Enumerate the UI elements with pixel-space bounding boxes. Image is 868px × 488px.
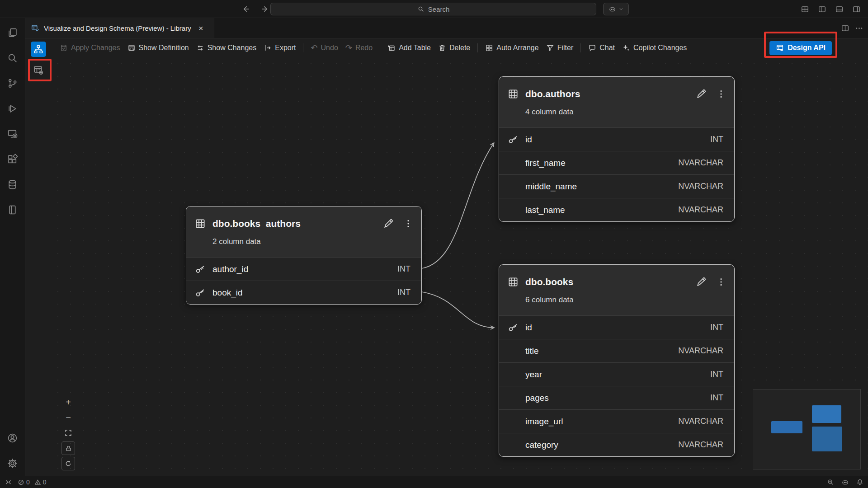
- notifications-bell-icon[interactable]: [856, 479, 863, 486]
- sync-button[interactable]: [61, 457, 75, 470]
- primary-key-icon: [507, 134, 519, 145]
- node-header: dbo.books_authors 2 column data: [186, 206, 421, 257]
- source-control-tab[interactable]: [2, 70, 24, 96]
- column-name: category: [525, 440, 678, 450]
- extensions-tab[interactable]: [2, 146, 24, 172]
- toggle-panel-button[interactable]: [833, 3, 845, 15]
- zoom-controls: + −: [61, 395, 75, 470]
- column-type: NVARCHAR: [678, 440, 723, 450]
- schema-canvas[interactable]: dbo.books_authors 2 column data author_i…: [52, 57, 868, 476]
- column-row[interactable]: first_name NVARCHAR: [499, 151, 734, 174]
- column-row[interactable]: last_name NVARCHAR: [499, 198, 734, 221]
- edge-books-authors-to-books: [422, 292, 494, 328]
- minimap[interactable]: [753, 389, 861, 469]
- more-options-icon[interactable]: [403, 219, 413, 229]
- key-placeholder: [507, 345, 519, 357]
- edit-table-icon[interactable]: [382, 218, 394, 230]
- designer-toolbar: Apply Changes Show Definition Show Chang…: [52, 38, 868, 57]
- toggle-sidebar-button[interactable]: [816, 3, 828, 15]
- delete-button[interactable]: Delete: [434, 41, 474, 55]
- more-options-icon[interactable]: [716, 89, 726, 99]
- column-row[interactable]: author_id INT: [186, 257, 421, 281]
- search-tab[interactable]: [2, 45, 24, 70]
- table-node-authors[interactable]: dbo.authors 4 column data id INT: [499, 76, 735, 222]
- database-projects-tab[interactable]: [2, 197, 24, 222]
- explorer-icon: [7, 27, 18, 38]
- schema-visualizer-button[interactable]: [31, 42, 46, 57]
- close-icon[interactable]: ×: [198, 24, 203, 33]
- toggle-secondary-sidebar-button[interactable]: [850, 3, 863, 15]
- split-editor-icon[interactable]: [841, 24, 849, 33]
- column-name: id: [525, 135, 710, 145]
- export-button[interactable]: Export: [260, 41, 299, 55]
- redo-label: Redo: [355, 44, 373, 52]
- zoom-out-button[interactable]: −: [61, 411, 75, 424]
- table-node-books-authors[interactable]: dbo.books_authors 2 column data author_i…: [186, 206, 422, 305]
- node-header: dbo.authors 4 column data: [499, 77, 734, 127]
- edit-table-icon[interactable]: [695, 88, 707, 100]
- column-row[interactable]: category NVARCHAR: [499, 433, 734, 456]
- auto-arrange-icon: [485, 44, 493, 52]
- database-tab[interactable]: [2, 172, 24, 197]
- settings-button[interactable]: [2, 450, 24, 476]
- errors-icon: [18, 479, 24, 486]
- remote-indicator-icon[interactable]: [5, 479, 12, 486]
- column-row[interactable]: id INT: [499, 127, 734, 151]
- fit-view-button[interactable]: [61, 426, 75, 440]
- table-node-books[interactable]: dbo.books 6 column data id INT: [499, 264, 735, 457]
- auto-arrange-button[interactable]: Auto Arrange: [481, 41, 542, 55]
- column-type: NVARCHAR: [678, 158, 723, 168]
- copilot-menu-button[interactable]: [603, 3, 629, 15]
- nav-forward-button[interactable]: [259, 3, 271, 15]
- filter-button[interactable]: Filter: [542, 41, 577, 55]
- tab-schema-designer[interactable]: Visualize and Design Schema (Preview) - …: [25, 18, 214, 38]
- chat-button[interactable]: Chat: [585, 41, 618, 55]
- column-row[interactable]: year INT: [499, 362, 734, 386]
- key-placeholder: [507, 369, 519, 380]
- column-row[interactable]: title NVARCHAR: [499, 339, 734, 362]
- lock-button[interactable]: [61, 441, 75, 455]
- apply-changes-button[interactable]: Apply Changes: [56, 41, 124, 55]
- explorer-tab[interactable]: [2, 20, 24, 45]
- redo-button[interactable]: ↷ Redo: [342, 41, 376, 55]
- copilot-status-icon[interactable]: [841, 479, 849, 486]
- title-bar: Search: [0, 0, 868, 18]
- minimap-node-books-authors: [771, 421, 802, 433]
- edit-table-icon[interactable]: [695, 276, 707, 288]
- column-row[interactable]: middle_name NVARCHAR: [499, 174, 734, 198]
- undo-button[interactable]: ↶ Undo: [307, 41, 341, 55]
- warnings-icon: [34, 479, 41, 486]
- apply-changes-label: Apply Changes: [71, 44, 120, 52]
- zoom-status-icon[interactable]: [827, 479, 834, 486]
- column-type: NVARCHAR: [678, 417, 723, 426]
- undo-label: Undo: [321, 44, 338, 52]
- column-row[interactable]: pages INT: [499, 386, 734, 409]
- table-definitions-button[interactable]: [31, 62, 46, 78]
- accounts-button[interactable]: [2, 425, 24, 450]
- copilot-icon: [609, 5, 616, 13]
- problems-indicator[interactable]: 0 0: [18, 479, 47, 486]
- add-table-button[interactable]: Add Table: [384, 41, 434, 55]
- toolbar-separator: [477, 43, 478, 52]
- column-count: 4 column data: [525, 108, 726, 117]
- copilot-changes-button[interactable]: Copilot Changes: [618, 41, 690, 55]
- column-row[interactable]: image_url NVARCHAR: [499, 409, 734, 433]
- column-row[interactable]: id INT: [499, 315, 734, 339]
- errors-count: 0: [26, 479, 30, 486]
- design-api-button[interactable]: Design API: [769, 41, 832, 55]
- zoom-in-button[interactable]: +: [61, 395, 75, 409]
- run-debug-tab[interactable]: [2, 96, 24, 121]
- search-input[interactable]: Search: [270, 3, 596, 15]
- remote-explorer-tab[interactable]: [2, 121, 24, 146]
- show-definition-button[interactable]: Show Definition: [124, 41, 193, 55]
- customize-layout-button[interactable]: [798, 3, 811, 15]
- column-name: last_name: [525, 205, 678, 215]
- layout-sidebar-left-icon: [818, 5, 826, 14]
- database-icon: [7, 179, 18, 190]
- schema-visualizer-icon: [33, 44, 43, 54]
- more-actions-icon[interactable]: [855, 24, 863, 33]
- column-row[interactable]: book_id INT: [186, 281, 421, 304]
- show-changes-button[interactable]: Show Changes: [193, 41, 260, 55]
- more-options-icon[interactable]: [716, 277, 726, 287]
- nav-back-button[interactable]: [240, 3, 252, 15]
